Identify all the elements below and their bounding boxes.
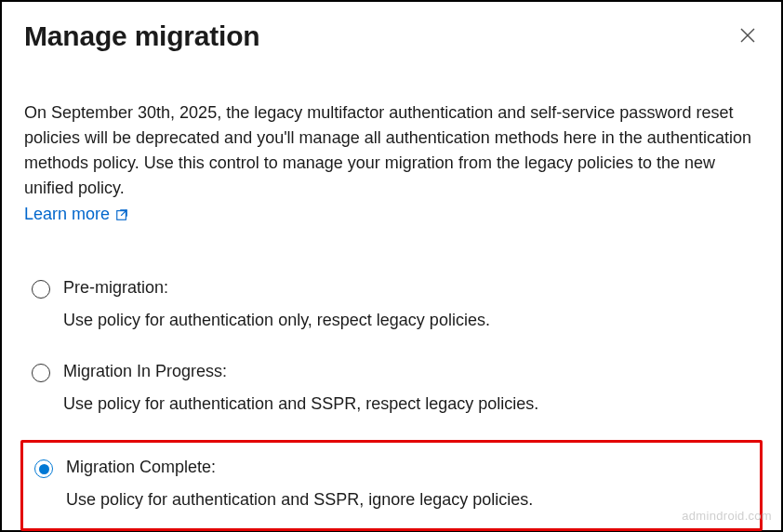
option-description: Use policy for authentication and SSPR, … — [63, 394, 751, 414]
close-button[interactable] — [737, 24, 759, 47]
watermark: admindroid.com — [682, 509, 772, 523]
external-link-icon — [115, 208, 128, 221]
radio-migration-in-progress[interactable] — [32, 364, 50, 382]
option-pre-migration[interactable]: Pre-migration: Use policy for authentica… — [24, 273, 759, 336]
option-description: Use policy for authentication and SSPR, … — [66, 490, 749, 510]
option-migration-in-progress[interactable]: Migration In Progress: Use policy for au… — [24, 356, 759, 419]
close-icon — [740, 28, 755, 43]
description-text: On September 30th, 2025, the legacy mult… — [24, 100, 759, 201]
option-title: Pre-migration: — [63, 278, 751, 298]
option-content: Migration In Progress: Use policy for au… — [63, 362, 751, 414]
learn-more-label: Learn more — [24, 205, 110, 224]
learn-more-link[interactable]: Learn more — [24, 205, 128, 224]
option-title: Migration Complete: — [66, 458, 749, 477]
option-description: Use policy for authentication only, resp… — [63, 311, 751, 330]
option-content: Migration Complete: Use policy for authe… — [66, 458, 749, 510]
radio-pre-migration[interactable] — [32, 280, 50, 299]
option-content: Pre-migration: Use policy for authentica… — [63, 278, 751, 330]
option-title: Migration In Progress: — [63, 362, 751, 381]
options-group: Pre-migration: Use policy for authentica… — [24, 273, 759, 531]
migration-panel: Manage migration On September 30th, 2025… — [0, 0, 783, 532]
page-title: Manage migration — [24, 20, 260, 52]
option-migration-complete[interactable]: Migration Complete: Use policy for authe… — [20, 440, 763, 531]
panel-header: Manage migration — [24, 20, 759, 52]
radio-migration-complete[interactable] — [34, 459, 53, 478]
